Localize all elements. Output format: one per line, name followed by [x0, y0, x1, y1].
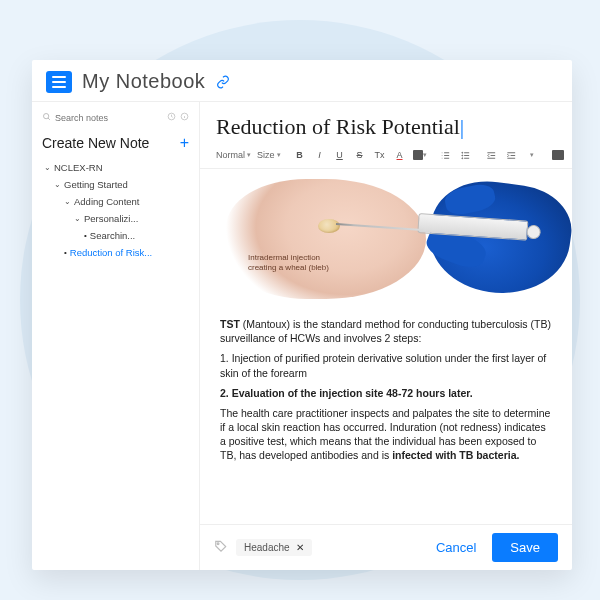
- tree-label: Reduction of Risk...: [70, 247, 152, 258]
- document-body[interactable]: Intradermal injection creating a wheal (…: [200, 169, 572, 524]
- menu-button[interactable]: [46, 71, 72, 93]
- tree-label: Getting Started: [64, 179, 128, 190]
- info-icon[interactable]: [180, 112, 189, 123]
- document-title-text: Reduction of Risk Potential: [216, 114, 460, 139]
- tree-label: NCLEX-RN: [54, 162, 103, 173]
- wheal-illustration: [318, 219, 340, 233]
- bullet-icon: •: [84, 231, 87, 240]
- remove-tag-button[interactable]: ✕: [296, 542, 304, 553]
- search-input[interactable]: [55, 113, 135, 123]
- text-cursor: |: [460, 114, 464, 139]
- chevron-down-icon: ⌄: [44, 163, 51, 172]
- bullet-icon: •: [64, 248, 67, 257]
- step-item: 2. Evaluation of the injection site 48-7…: [220, 386, 552, 400]
- underline-button[interactable]: U: [333, 148, 347, 162]
- tree-label: Adding Content: [74, 196, 140, 207]
- outdent-button[interactable]: [485, 148, 499, 162]
- size-select[interactable]: Size▾: [257, 150, 281, 160]
- note-tree: ⌄NCLEX-RN ⌄Getting Started ⌄Adding Conte…: [42, 159, 189, 261]
- paragraph: The health care practitioner inspects an…: [220, 406, 552, 463]
- chevron-down-icon: ▾: [423, 151, 427, 159]
- svg-point-15: [462, 152, 463, 153]
- table-icon: [413, 150, 423, 160]
- create-note-button[interactable]: +: [180, 135, 189, 151]
- illustration: Intradermal injection creating a wheal (…: [220, 177, 552, 307]
- chevron-down-icon: ▾: [247, 151, 251, 159]
- create-note-row: Create New Note +: [42, 131, 189, 159]
- chevron-down-icon: ▾: [277, 151, 281, 159]
- table-button[interactable]: ▾: [413, 148, 427, 162]
- text: (Mantoux) is the standard method for con…: [220, 318, 551, 344]
- paragraph: TST (Mantoux) is the standard method for…: [220, 317, 552, 345]
- align-center-button[interactable]: [571, 148, 572, 162]
- clock-icon[interactable]: [167, 112, 176, 123]
- chevron-down-icon: ⌄: [54, 180, 61, 189]
- size-select-label: Size: [257, 150, 275, 160]
- image-button[interactable]: [551, 148, 565, 162]
- list-numbered-button[interactable]: [439, 148, 453, 162]
- chevron-down-icon: ▾: [530, 151, 534, 159]
- clear-format-button[interactable]: Tx: [373, 148, 387, 162]
- tree-item-getting-started[interactable]: ⌄Getting Started: [42, 176, 189, 193]
- app-title: My Notebook: [82, 70, 205, 93]
- document-title[interactable]: Reduction of Risk Potential|: [200, 102, 572, 146]
- bold-text: 2. Evaluation of the injection site 48-7…: [220, 387, 473, 399]
- title-bar: My Notebook: [32, 60, 572, 101]
- text-color-button[interactable]: A: [393, 148, 407, 162]
- image-icon: [552, 150, 564, 160]
- annotation-line: creating a wheal (bleb): [248, 263, 329, 273]
- style-select[interactable]: Normal▾: [216, 150, 251, 160]
- editor-toolbar: Normal▾ Size▾ B I U S Tx A ▾ ▾: [200, 146, 572, 169]
- create-note-label: Create New Note: [42, 135, 149, 151]
- sidebar: Create New Note + ⌄NCLEX-RN ⌄Getting Sta…: [32, 102, 200, 570]
- style-select-label: Normal: [216, 150, 245, 160]
- image-annotation: Intradermal injection creating a wheal (…: [248, 253, 329, 272]
- bold-text: infected with TB bacteria.: [392, 449, 519, 461]
- tag-label: Headache: [244, 542, 290, 553]
- step-item: 1. Injection of purified protein derivat…: [220, 351, 552, 379]
- chevron-down-icon: ⌄: [64, 197, 71, 206]
- strikethrough-button[interactable]: S: [353, 148, 367, 162]
- sidebar-actions[interactable]: [167, 112, 189, 123]
- svg-point-0: [44, 114, 49, 119]
- tree-item-searching[interactable]: •Searchin...: [42, 227, 189, 244]
- save-button[interactable]: Save: [492, 533, 558, 562]
- search-icon[interactable]: [42, 112, 51, 123]
- bold-button[interactable]: B: [293, 148, 307, 162]
- cancel-button[interactable]: Cancel: [428, 534, 484, 561]
- notebook-app: My Notebook: [32, 60, 572, 570]
- svg-point-30: [217, 543, 219, 545]
- chevron-down-icon: ⌄: [74, 214, 81, 223]
- tree-label: Searchin...: [90, 230, 135, 241]
- tree-item-personalizing[interactable]: ⌄Personalizi...: [42, 210, 189, 227]
- tree-item-adding-content[interactable]: ⌄Adding Content: [42, 193, 189, 210]
- svg-point-16: [462, 155, 463, 156]
- link-icon[interactable]: [215, 74, 231, 90]
- tree-item-reduction-of-risk[interactable]: •Reduction of Risk...: [42, 244, 189, 261]
- editor-footer: Headache ✕ Cancel Save: [200, 524, 572, 570]
- more-button[interactable]: ▾: [525, 148, 539, 162]
- tree-label: Personalizi...: [84, 213, 138, 224]
- italic-button[interactable]: I: [313, 148, 327, 162]
- editor-pane: Reduction of Risk Potential| Normal▾ Siz…: [200, 102, 572, 570]
- list-bullet-button[interactable]: [459, 148, 473, 162]
- skin-illustration: [226, 179, 426, 299]
- indent-button[interactable]: [505, 148, 519, 162]
- tree-item-root[interactable]: ⌄NCLEX-RN: [42, 159, 189, 176]
- tag-chip[interactable]: Headache ✕: [236, 539, 312, 556]
- bold-text: TST: [220, 318, 240, 330]
- annotation-line: Intradermal injection: [248, 253, 329, 263]
- tag-icon[interactable]: [214, 539, 228, 556]
- svg-line-1: [48, 118, 50, 120]
- search-row: [42, 110, 189, 131]
- svg-point-17: [462, 157, 463, 158]
